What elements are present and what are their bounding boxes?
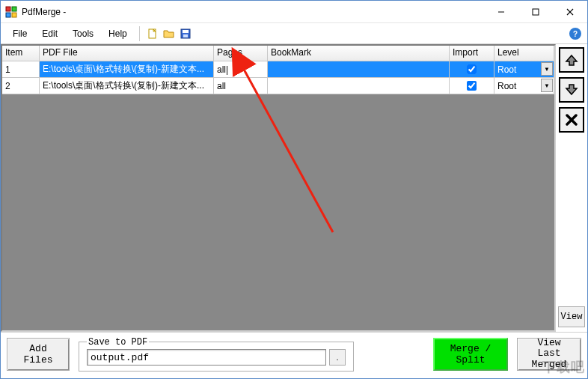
cell-file: E:\tools\桌面\格式转换\(复制)-新建文本... — [40, 61, 214, 78]
save-to-pdf-group: Save to PDF . — [79, 337, 354, 372]
svg-rect-11 — [183, 34, 188, 37]
col-import[interactable]: Import — [450, 46, 494, 61]
merge-split-button[interactable]: Merge / Split — [433, 338, 508, 371]
save-legend: Save to PDF — [87, 337, 149, 348]
table-row[interactable]: 1 E:\tools\桌面\格式转换\(复制)-新建文本... all Root… — [2, 61, 554, 78]
window-title: PdfMerge - — [22, 7, 66, 17]
delete-button[interactable] — [559, 107, 584, 133]
output-path-input[interactable] — [87, 349, 326, 366]
save-icon[interactable] — [180, 28, 192, 40]
cell-pages[interactable]: all — [214, 78, 268, 94]
add-files-button[interactable]: Add Files — [7, 338, 70, 371]
cell-item: 2 — [2, 78, 40, 94]
level-value: Root — [497, 81, 516, 91]
view-last-merged-button[interactable]: View Last Merged — [517, 338, 581, 371]
svg-rect-5 — [533, 9, 539, 15]
move-up-button[interactable] — [559, 47, 584, 73]
col-bookmark[interactable]: BookMark — [268, 46, 450, 61]
toolbar-divider — [139, 26, 140, 41]
menu-file[interactable]: File — [5, 25, 34, 42]
view-button[interactable]: View — [558, 306, 585, 327]
svg-rect-10 — [183, 30, 189, 33]
menu-edit[interactable]: Edit — [34, 25, 65, 42]
help-icon[interactable]: ? — [569, 28, 581, 40]
file-table: Item PDF File Pages BookMark Import Leve… — [1, 44, 556, 332]
col-pdf-file[interactable]: PDF File — [40, 46, 214, 61]
cell-bookmark — [268, 61, 450, 78]
level-dropdown-arrow[interactable]: ▼ — [541, 62, 553, 76]
import-checkbox[interactable] — [467, 64, 477, 74]
new-icon[interactable] — [147, 28, 159, 40]
menubar: File Edit Tools Help ? — [1, 23, 587, 44]
app-icon — [5, 6, 17, 18]
table-header: Item PDF File Pages BookMark Import Leve… — [2, 46, 554, 61]
import-checkbox[interactable] — [467, 81, 477, 91]
cell-bookmark — [268, 78, 450, 94]
table-body: 1 E:\tools\桌面\格式转换\(复制)-新建文本... all Root… — [2, 61, 554, 330]
minimize-button[interactable] — [484, 1, 518, 23]
cell-import[interactable] — [450, 61, 494, 78]
open-folder-icon[interactable] — [163, 28, 175, 40]
pages-input-value[interactable]: all — [217, 64, 228, 75]
maximize-button[interactable] — [518, 1, 553, 23]
col-level[interactable]: Level — [494, 46, 554, 61]
cell-pages-editing[interactable]: all — [214, 61, 268, 78]
cell-import[interactable] — [450, 78, 494, 94]
svg-rect-0 — [6, 7, 10, 11]
side-toolbar: View — [556, 44, 587, 332]
titlebar: PdfMerge - — [1, 1, 587, 23]
cell-level[interactable]: Root▼ — [494, 61, 554, 78]
browse-button[interactable]: . — [329, 349, 346, 366]
svg-rect-1 — [12, 7, 16, 11]
cell-item: 1 — [2, 61, 40, 78]
table-row[interactable]: 2 E:\tools\桌面\格式转换\(复制)-新建文本... all Root… — [2, 78, 554, 94]
svg-rect-2 — [6, 13, 10, 17]
menu-tools[interactable]: Tools — [65, 25, 101, 42]
bottom-toolbar: Add Files Save to PDF . Merge / Split Vi… — [1, 332, 587, 375]
col-pages[interactable]: Pages — [214, 46, 268, 61]
close-button[interactable] — [553, 1, 587, 23]
menu-help[interactable]: Help — [101, 25, 135, 42]
level-value: Root — [497, 64, 516, 75]
level-dropdown-arrow[interactable]: ▼ — [541, 79, 553, 92]
col-item[interactable]: Item — [2, 46, 40, 61]
cell-file: E:\tools\桌面\格式转换\(复制)-新建文本... — [40, 78, 214, 94]
svg-rect-3 — [12, 13, 16, 17]
cell-level[interactable]: Root▼ — [494, 78, 554, 94]
move-down-button[interactable] — [559, 77, 584, 103]
workarea: Item PDF File Pages BookMark Import Leve… — [1, 44, 587, 332]
